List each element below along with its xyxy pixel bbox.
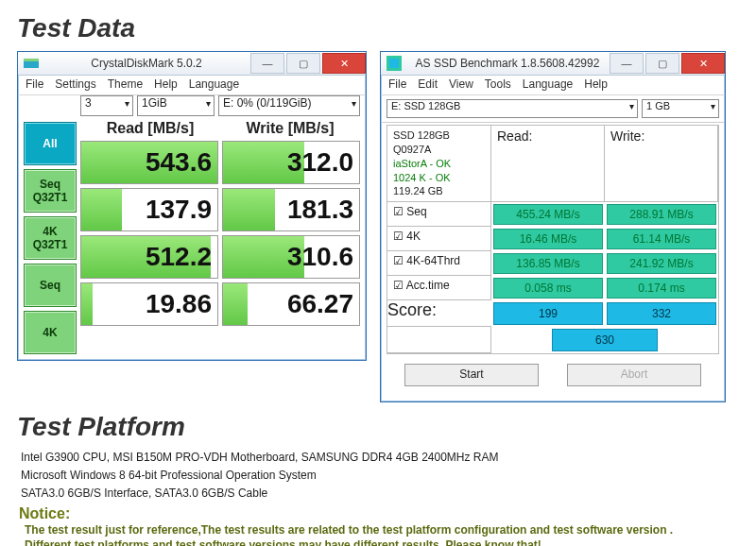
result-value: 66.27 xyxy=(287,289,353,319)
crystaldiskmark-window: CrystalDiskMark 5.0.2 — ▢ ✕ File Setting… xyxy=(17,51,367,361)
app-icon xyxy=(24,56,39,71)
result-cell: 455.24 MB/s xyxy=(493,204,603,225)
svg-rect-3 xyxy=(389,59,399,68)
seq-q32t1-button[interactable]: SeqQ32T1 xyxy=(24,169,77,213)
platform-line: SATA3.0 6GB/S Interface, SATA3.0 6GB/S C… xyxy=(21,486,739,502)
result-cell: 16.46 MB/s xyxy=(493,229,603,249)
test-data-heading: Test Data xyxy=(17,13,739,43)
result-cell: 137.9 xyxy=(80,188,218,231)
write-header: Write [MB/s] xyxy=(220,118,360,141)
drive-info: SSD 128GB Q0927A iaStorA - OK 1024 K - O… xyxy=(387,125,491,202)
4k-checkbox[interactable]: 4K xyxy=(387,226,491,251)
result-cell: 0.174 ms xyxy=(607,278,716,299)
result-bar xyxy=(223,283,248,325)
read-score: 199 xyxy=(493,302,603,325)
menu-item[interactable]: Language xyxy=(523,77,573,91)
result-cell: 181.3 xyxy=(222,188,360,231)
all-button[interactable]: All xyxy=(24,122,77,165)
result-value: 181.3 xyxy=(287,195,353,225)
platform-line: Microsoft Windows 8 64-bit Professional … xyxy=(21,468,739,484)
asssd-title: AS SSD Benchmark 1.8.5608.42992 xyxy=(407,57,608,70)
cdm-titlebar[interactable]: CrystalDiskMark 5.0.2 — ▢ ✕ xyxy=(18,52,366,76)
notice-heading: Notice: xyxy=(19,505,739,522)
menu-item[interactable]: Theme xyxy=(108,77,143,91)
minimize-button[interactable]: — xyxy=(250,53,284,74)
asssd-titlebar[interactable]: AS SSD Benchmark 1.8.5608.42992 — ▢ ✕ xyxy=(381,52,725,76)
menu-item[interactable]: Help xyxy=(584,77,608,91)
result-cell: 543.6 xyxy=(80,141,218,184)
asssd-menubar: File Edit View Tools Language Help xyxy=(381,76,725,95)
app-icon xyxy=(387,56,402,71)
cdm-title: CrystalDiskMark 5.0.2 xyxy=(44,57,249,70)
menu-item[interactable]: Language xyxy=(189,77,239,91)
notice-line: The test result just for reference,The t… xyxy=(25,522,739,537)
drive-select[interactable]: E: SSD 128GB xyxy=(387,99,638,118)
platform-line: Intel G3900 CPU, MSI B150M PRO-VDH Mothe… xyxy=(21,450,739,466)
start-button[interactable]: Start xyxy=(404,364,539,386)
menu-item[interactable]: Help xyxy=(154,77,178,91)
read-header: Read [MB/s] xyxy=(80,118,220,141)
4k-button[interactable]: 4K xyxy=(24,311,77,354)
result-cell: 512.2 xyxy=(80,235,218,279)
total-score: 630 xyxy=(552,329,658,351)
result-bar xyxy=(81,283,93,325)
menu-item[interactable]: Tools xyxy=(485,77,511,91)
abort-button[interactable]: Abort xyxy=(567,364,701,386)
runs-select[interactable]: 3 xyxy=(80,95,133,116)
result-value: 137.9 xyxy=(146,195,212,225)
cdm-menubar: File Settings Theme Help Language xyxy=(18,76,366,95)
result-cell: 0.058 ms xyxy=(493,278,603,299)
result-value: 19.86 xyxy=(146,289,212,319)
result-value: 310.6 xyxy=(287,242,353,272)
size-select[interactable]: 1GiB xyxy=(137,95,215,116)
write-header: Write: xyxy=(604,125,718,202)
read-header: Read: xyxy=(490,125,605,202)
maximize-button[interactable]: ▢ xyxy=(645,53,679,74)
menu-item[interactable]: View xyxy=(449,77,473,91)
svg-rect-1 xyxy=(24,59,39,61)
result-cell: 61.14 MB/s xyxy=(607,229,716,249)
close-button[interactable]: ✕ xyxy=(322,53,366,74)
size-select[interactable]: 1 GB xyxy=(642,99,719,118)
4k64-checkbox[interactable]: 4K-64Thrd xyxy=(387,250,491,276)
result-cell: 288.91 MB/s xyxy=(607,204,716,225)
result-bar xyxy=(223,189,275,230)
asssd-window: AS SSD Benchmark 1.8.5608.42992 — ▢ ✕ Fi… xyxy=(380,51,726,402)
menu-item[interactable]: File xyxy=(26,77,43,91)
menu-item[interactable]: File xyxy=(388,77,406,91)
result-cell: 136.85 MB/s xyxy=(493,253,603,274)
result-value: 312.0 xyxy=(287,147,353,178)
result-value: 512.2 xyxy=(146,242,212,272)
menu-item[interactable]: Settings xyxy=(55,77,95,91)
result-cell: 241.92 MB/s xyxy=(607,253,716,274)
acctime-checkbox[interactable]: Acc.time xyxy=(387,275,491,300)
result-cell: 19.86 xyxy=(80,282,218,326)
close-button[interactable]: ✕ xyxy=(681,53,725,74)
4k-q32t1-button[interactable]: 4KQ32T1 xyxy=(24,216,77,260)
menu-item[interactable]: Edit xyxy=(418,77,438,91)
minimize-button[interactable]: — xyxy=(610,53,644,74)
seq-checkbox[interactable]: Seq xyxy=(387,201,491,227)
test-platform-heading: Test Platform xyxy=(17,412,739,442)
result-bar xyxy=(81,189,122,230)
write-score: 332 xyxy=(607,302,716,325)
result-cell: 312.0 xyxy=(222,141,360,184)
seq-button[interactable]: Seq xyxy=(24,264,77,307)
score-label: Score: xyxy=(387,300,491,327)
drive-select[interactable]: E: 0% (0/119GiB) xyxy=(218,95,360,116)
maximize-button[interactable]: ▢ xyxy=(286,53,320,74)
notice-line: Different test platforms and test softwa… xyxy=(25,537,739,546)
result-value: 543.6 xyxy=(146,147,212,178)
result-cell: 66.27 xyxy=(222,282,360,326)
result-cell: 310.6 xyxy=(222,235,360,279)
